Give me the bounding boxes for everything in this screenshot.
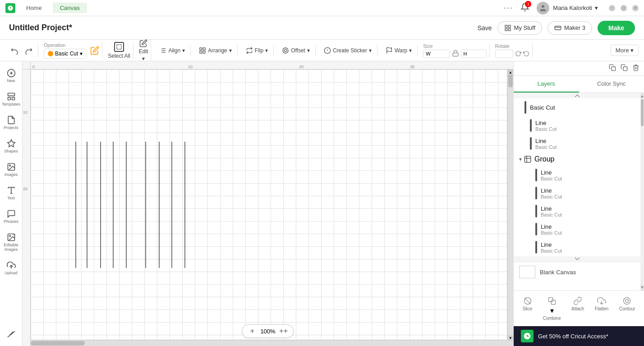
ruler-mark-30: 30 (410, 65, 414, 69)
flip-button[interactable]: Flip ▾ (243, 45, 271, 56)
promo-bar[interactable]: Get 50% off Cricut Access* (514, 326, 644, 346)
width-input[interactable] (432, 51, 447, 56)
tab-canvas[interactable]: Canvas (53, 3, 87, 13)
layers-scroll-down[interactable] (514, 256, 640, 262)
group-header[interactable]: ▾ Group (514, 152, 640, 166)
sidebar-templates-label: Templates (2, 102, 20, 106)
my-stuff-label: My Stuff (514, 24, 535, 31)
layer-group-line-5[interactable]: Line Basic Cut (514, 238, 640, 256)
sidebar-item-images[interactable]: Images (1, 159, 22, 180)
scroll-up-button[interactable]: ▲ (508, 69, 513, 75)
layers-scrollbar: ▲ ▼ (640, 93, 644, 291)
offset-chevron-icon: ▾ (307, 47, 310, 54)
my-stuff-button[interactable]: My Stuff (497, 21, 542, 35)
sidebar-item-templates[interactable]: Templates (1, 88, 22, 110)
redo-button[interactable] (23, 44, 35, 57)
create-sticker-button[interactable]: Create Sticker ▾ (321, 45, 374, 56)
operation-select[interactable]: Basic Cut ▾ (44, 49, 87, 59)
more-options-button[interactable]: ··· (504, 3, 513, 13)
layer-line-sub-1: Basic Cut (535, 126, 557, 132)
undo-button[interactable] (8, 44, 21, 57)
sidebar-item-editable-images[interactable]: Editable Images (1, 229, 22, 255)
notifications-button[interactable]: 1 (520, 3, 529, 14)
more-button[interactable]: More ▾ (611, 45, 639, 56)
sidebar-item-bottom[interactable] (1, 326, 22, 342)
attach-action[interactable]: Attach (568, 295, 588, 323)
panel-paste-button[interactable] (620, 63, 629, 74)
title-bar: Home Canvas ··· 1 Maria Kalorkoti ▾ − □ … (0, 0, 644, 16)
select-all-label: Select All (108, 53, 130, 59)
arrange-button[interactable]: Arrange ▾ (196, 45, 235, 56)
close-button[interactable]: × (632, 5, 639, 11)
canvas-background (31, 69, 508, 341)
panel-tabs: Layers Color Sync (514, 76, 644, 93)
ruler-mark-20: 20 (299, 65, 304, 69)
blank-canvas-item[interactable]: Blank Canvas (514, 262, 640, 282)
layers-scroll-arrow-down[interactable]: ▼ (640, 284, 644, 291)
ruler-vertical: 10 20 (23, 69, 31, 346)
sidebar-item-text[interactable]: Text (1, 182, 22, 204)
layer-group-name-2: Line (541, 187, 562, 194)
blank-canvas-thumb (519, 266, 535, 278)
zoom-in-button[interactable]: + (279, 327, 288, 336)
maximize-button[interactable]: □ (621, 5, 627, 11)
slice-action[interactable]: Slice (519, 295, 536, 323)
sidebar-item-upload[interactable]: Upload (1, 257, 22, 279)
tab-home[interactable]: Home (19, 3, 49, 13)
scrollbar-vertical[interactable] (508, 69, 513, 341)
layer-group-line-3[interactable]: Line Basic Cut (514, 202, 640, 220)
height-input[interactable] (468, 51, 484, 56)
layer-group-line-4[interactable]: Line Basic Cut (514, 220, 640, 238)
layer-line-2[interactable]: Line Basic Cut (514, 134, 640, 152)
user-menu[interactable]: Maria Kalorkoti ▾ (553, 5, 598, 11)
layer-group-line-2[interactable]: Line Basic Cut (514, 184, 640, 202)
layers-scroll-thumb[interactable] (641, 99, 644, 126)
panel-copy-button[interactable] (608, 63, 617, 74)
zoom-out-button[interactable]: + (248, 327, 257, 336)
sticker-chevron-icon: ▾ (369, 47, 372, 54)
sidebar-item-projects[interactable]: Projects (1, 112, 22, 134)
minimize-button[interactable]: − (609, 5, 615, 11)
layer-line-1[interactable]: Line Basic Cut (514, 116, 640, 134)
layers-scroll-up[interactable] (514, 93, 640, 98)
svg-point-57 (626, 300, 629, 303)
panel-delete-button[interactable] (631, 63, 640, 74)
warp-button[interactable]: Warp ▾ (383, 45, 414, 56)
flatten-action[interactable]: Flatten (591, 295, 612, 323)
layer-line-name-1: Line (535, 120, 557, 126)
zoom-control: + 100% + (242, 324, 294, 338)
sidebar-item-new[interactable]: New (1, 65, 22, 87)
layer-group-line-1[interactable]: Line Basic Cut (514, 166, 640, 184)
svg-rect-48 (612, 67, 616, 71)
scrollbar-horizontal-thumb[interactable] (31, 341, 85, 346)
scroll-down-button[interactable]: ▼ (508, 335, 513, 341)
maker-button[interactable]: Maker 3 (547, 21, 592, 35)
scrollbar-horizontal[interactable] (31, 341, 508, 346)
contour-action[interactable]: Contour (616, 295, 639, 323)
rotate-input[interactable] (495, 50, 513, 58)
save-button[interactable]: Save (478, 24, 492, 32)
tab-layers[interactable]: Layers (514, 76, 579, 92)
canvas-white-area[interactable] (31, 69, 507, 340)
v-ruler-mark-20: 20 (23, 187, 28, 191)
sidebar-images-label: Images (5, 172, 18, 177)
tab-color-sync[interactable]: Color Sync (579, 76, 644, 92)
layers-scroll-arrow-up[interactable]: ▲ (640, 93, 644, 99)
select-all-button[interactable]: Select All (108, 42, 130, 59)
make-button[interactable]: Make (598, 21, 635, 35)
ruler-mark-0: 0 (32, 65, 35, 69)
shapes-icon (7, 139, 16, 148)
offset-button[interactable]: Offset ▾ (279, 45, 313, 56)
align-button[interactable]: Align ▾ (156, 45, 188, 56)
svg-point-35 (9, 235, 10, 237)
combine-action[interactable]: ▾ Combine (539, 295, 565, 323)
sidebar-item-phrases[interactable]: Phrases (1, 206, 22, 227)
edit-button[interactable]: Edit ▾ (139, 39, 148, 62)
sidebar-projects-label: Projects (4, 125, 18, 130)
sidebar-shapes-label: Shapes (4, 149, 18, 153)
blank-canvas-label: Blank Canvas (540, 269, 576, 276)
sidebar-item-shapes[interactable]: Shapes (1, 135, 22, 157)
layer-basic-cut[interactable]: Basic Cut (514, 98, 640, 116)
svg-rect-23 (453, 53, 458, 56)
upload-icon (7, 261, 16, 270)
